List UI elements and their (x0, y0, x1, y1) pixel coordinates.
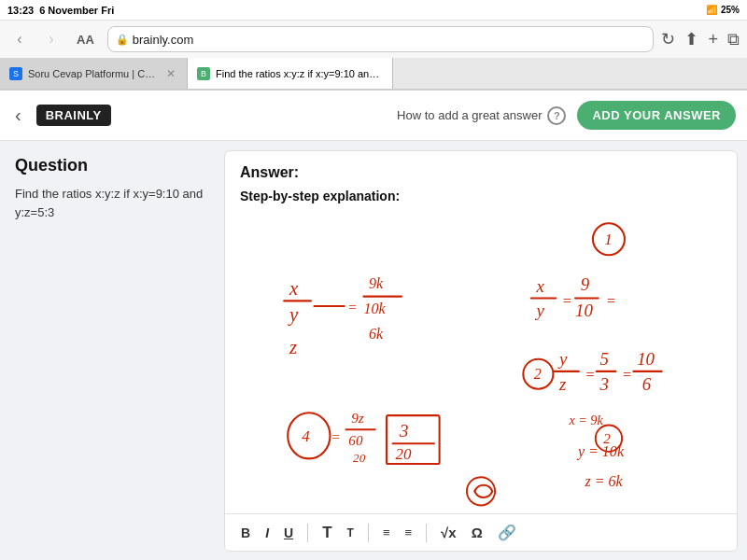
toolbar-sep-2 (368, 524, 369, 542)
handwritten-math-svg: 1 x y = z 9k (240, 211, 722, 513)
question-text: Find the ratios x:y:z if x:y=9:10 and y:… (15, 185, 209, 221)
browser-chrome: ‹ › AA 🔒 brainly.com ↻ ⬆ + ⧉ S Soru Ceva… (0, 21, 747, 91)
sidebar: Question Find the ratios x:y:z if x:y=9:… (0, 141, 224, 560)
tabs-button[interactable]: ⧉ (727, 30, 740, 49)
list-bullet-button[interactable]: ≡ (378, 522, 395, 543)
tab-favicon-cevap: S (9, 67, 22, 80)
svg-text:3: 3 (399, 421, 408, 441)
underline-button[interactable]: U (279, 522, 298, 544)
tab-favicon-brainly: B (197, 67, 210, 80)
list-number-button[interactable]: ≡ (400, 522, 416, 543)
how-to-link[interactable]: How to add a great answer ? (397, 106, 566, 125)
svg-text:x: x (536, 276, 545, 296)
battery-display: 25% (721, 5, 740, 15)
tab-label-brainly: Find the ratios x:y:z if x:y=9:10 and y:… (216, 68, 383, 79)
svg-text:=: = (585, 367, 594, 383)
how-to-text: How to add a great answer (397, 108, 542, 122)
browser-toolbar: ‹ › AA 🔒 brainly.com ↻ ⬆ + ⧉ (0, 21, 747, 58)
toolbar-sep-1 (307, 524, 308, 542)
tab-cevap[interactable]: S Soru Cevap Platformu | Cevap.app » Cev… (0, 58, 188, 89)
text-small-button[interactable]: T (343, 523, 359, 543)
svg-text:z: z (558, 374, 567, 394)
svg-text:20: 20 (353, 451, 366, 465)
status-bar: 13:23 6 November Fri 📶 25% (0, 0, 747, 21)
svg-text:2: 2 (534, 366, 542, 382)
svg-text:10: 10 (637, 349, 655, 369)
add-answer-button[interactable]: ADD YOUR ANSWER (577, 101, 736, 130)
brainly-logo: BRAINLY (36, 105, 111, 126)
svg-text:y: y (535, 301, 545, 320)
address-text: brainly.com (133, 33, 194, 47)
step-label: Step-by-step explanation: (240, 189, 722, 203)
tab-brainly[interactable]: B Find the ratios x:y:z if x:y=9:10 and … (188, 58, 393, 89)
answer-content[interactable]: Answer: Step-by-step explanation: 1 x (225, 151, 737, 513)
svg-text:y = 10k: y = 10k (576, 443, 625, 460)
svg-text:x = 9k: x = 9k (568, 413, 603, 427)
bold-button[interactable]: B (236, 522, 255, 544)
svg-text:y: y (557, 349, 568, 369)
svg-text:9k: 9k (369, 275, 384, 291)
reload-button[interactable]: ↻ (661, 29, 675, 49)
svg-text:9z: 9z (351, 411, 364, 426)
tabs-bar: S Soru Cevap Platformu | Cevap.app » Cev… (0, 58, 747, 90)
svg-text:=: = (607, 293, 615, 309)
new-tab-button[interactable]: + (708, 30, 718, 49)
question-label: Question (15, 156, 209, 175)
svg-text:z: z (289, 336, 297, 357)
address-bar[interactable]: 🔒 brainly.com (107, 26, 655, 52)
time-display: 13:23 (7, 5, 34, 16)
lock-icon: 🔒 (116, 34, 129, 46)
text-large-button[interactable]: T (317, 520, 336, 546)
svg-text:5: 5 (600, 349, 609, 369)
toolbar-sep-3 (426, 524, 427, 542)
page-back-button[interactable]: ‹ (11, 101, 25, 130)
svg-text:=: = (331, 429, 340, 444)
svg-text:y: y (288, 303, 299, 326)
help-icon[interactable]: ? (547, 106, 566, 125)
svg-text:10: 10 (575, 301, 593, 320)
svg-text:60: 60 (348, 433, 363, 448)
svg-text:=: = (563, 293, 571, 309)
svg-text:4: 4 (302, 427, 310, 445)
wifi-icon: 📶 (706, 5, 717, 15)
svg-text:=: = (623, 367, 631, 383)
answer-label: Answer: (240, 164, 722, 181)
svg-text:z = 6k: z = 6k (584, 473, 623, 489)
sqrt-button[interactable]: √x (436, 521, 461, 544)
svg-rect-40 (387, 415, 440, 464)
svg-point-49 (467, 477, 495, 505)
math-canvas: 1 x y = z 9k (240, 211, 722, 513)
forward-button[interactable]: › (39, 27, 63, 51)
toolbar-actions: ↻ ⬆ + ⧉ (661, 29, 740, 49)
tab-close-cevap[interactable]: ✕ (164, 67, 177, 80)
svg-text:1: 1 (604, 231, 613, 248)
back-button[interactable]: ‹ (7, 27, 32, 51)
svg-text:6: 6 (642, 374, 652, 394)
answer-area: Answer: Step-by-step explanation: 1 x (224, 141, 747, 560)
tab-label-cevap: Soru Cevap Platformu | Cevap.app » Cevap… (28, 68, 159, 79)
svg-text:20: 20 (395, 445, 412, 463)
svg-text:10k: 10k (363, 301, 386, 316)
link-button[interactable]: 🔗 (493, 520, 521, 545)
share-button[interactable]: ⬆ (684, 29, 698, 49)
svg-text:9: 9 (581, 274, 590, 294)
main-content: Question Find the ratios x:y:z if x:y=9:… (0, 141, 747, 560)
italic-button[interactable]: I (261, 522, 274, 544)
page-header: ‹ BRAINLY How to add a great answer ? AD… (0, 91, 747, 141)
svg-text:6k: 6k (369, 326, 384, 342)
answer-box: Answer: Step-by-step explanation: 1 x (224, 150, 738, 552)
editor-toolbar: B I U T T ≡ ≡ √x Ω 🔗 (225, 513, 737, 551)
svg-text:=: = (348, 300, 357, 315)
omega-button[interactable]: Ω (467, 521, 487, 544)
date-display: 6 November Fri (39, 5, 114, 16)
reader-mode-button[interactable]: AA (71, 31, 100, 49)
svg-text:x: x (289, 277, 299, 299)
svg-text:3: 3 (599, 374, 609, 394)
